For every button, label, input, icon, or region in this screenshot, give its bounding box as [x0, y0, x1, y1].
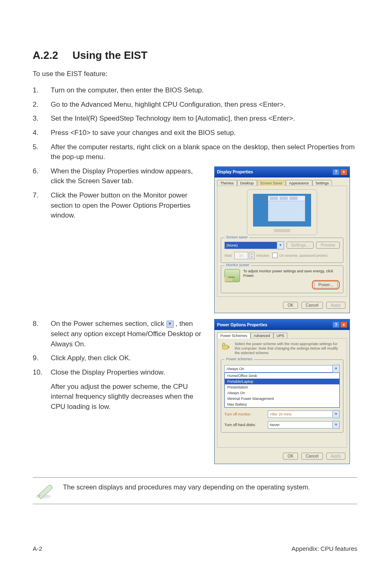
- monitor-desc: To adjust monitor power settings and sav…: [224, 269, 340, 278]
- turn-off-hdd-select[interactable]: Never: [268, 421, 340, 429]
- tab-settings[interactable]: Settings: [312, 180, 332, 186]
- step-text-3: Set the Intel(R) SpeedStep Technology it…: [51, 114, 295, 124]
- tab-desktop[interactable]: Desktop: [237, 180, 257, 186]
- step-text-10: Close the Display Properties window.: [51, 368, 165, 378]
- footer-right: Appendix: CPU features: [291, 545, 357, 552]
- footer-left: A-2: [33, 545, 42, 552]
- svg-point-2: [222, 343, 225, 346]
- power-scheme-value: Always On: [224, 365, 333, 373]
- apply-button[interactable]: Apply: [326, 453, 345, 460]
- cancel-button[interactable]: Cancel: [301, 302, 323, 309]
- turn-off-monitor-select[interactable]: After 20 mins: [268, 410, 340, 418]
- step-num-2: 2.: [33, 100, 43, 110]
- help-icon[interactable]: ?: [333, 322, 339, 328]
- step-text-6: When the Display Properties window appea…: [51, 166, 206, 186]
- step-text-4: Press <F10> to save your changes and exi…: [51, 128, 236, 138]
- wait-unit: minutes: [256, 254, 269, 258]
- screensaver-preview-thumb: [247, 189, 317, 235]
- ps-option-selected[interactable]: Portable/Laptop: [225, 379, 339, 384]
- step-text-2: Go to the Advanced Menu, highlight CPU C…: [51, 100, 286, 110]
- chevron-down-icon[interactable]: [333, 365, 340, 373]
- monitor-icon: [224, 269, 240, 282]
- note-text: The screen displays and procedures may v…: [63, 482, 310, 492]
- ps-option[interactable]: Home/Office Desk: [225, 373, 339, 379]
- step-num-1: 1.: [33, 85, 43, 96]
- svg-rect-1: [228, 346, 229, 348]
- step-text-7: Click the Power button on the Monitor po…: [51, 191, 206, 221]
- step-num-4: 4.: [33, 128, 43, 138]
- turn-off-monitor-label: Turn off monitor:: [224, 412, 265, 416]
- step-num-10: 10.: [33, 368, 43, 378]
- step-num-3: 3.: [33, 114, 43, 124]
- tab-advanced[interactable]: Advanced: [251, 332, 273, 339]
- wait-spinner[interactable]: 10▲▼: [234, 252, 255, 259]
- step-num-7: 7.: [33, 191, 43, 221]
- after-adjust-text: After you adjust the power scheme, the C…: [51, 382, 206, 412]
- step-num-5: 5.: [33, 142, 43, 162]
- intro-text: To use the EIST feature:: [33, 70, 357, 78]
- ok-button[interactable]: OK: [283, 302, 298, 309]
- battery-icon: [221, 342, 231, 352]
- power-scheme-select[interactable]: Always On: [224, 365, 340, 373]
- help-icon[interactable]: ?: [333, 169, 339, 175]
- heading-number: A.2.2: [33, 49, 69, 62]
- power-options-dialog: Power Options Properties ? × Power Schem…: [214, 319, 350, 464]
- preview-button[interactable]: Preview: [316, 242, 340, 249]
- wait-label: Wait: [224, 254, 232, 258]
- power-button-highlight: Power...: [312, 280, 340, 290]
- dialog2-title: Power Options Properties: [217, 323, 267, 327]
- step-num-8: 8.: [33, 319, 43, 349]
- step-num-6: 6.: [33, 166, 43, 186]
- tab-power-schemes[interactable]: Power Schemes: [217, 332, 251, 339]
- cancel-button[interactable]: Cancel: [301, 453, 323, 460]
- dropdown-arrow-icon: [166, 321, 174, 328]
- dialog1-tabs: Themes Desktop Screen Saver Appearance S…: [215, 177, 350, 186]
- section-heading: A.2.2 Using the EIST: [33, 49, 357, 62]
- chevron-down-icon[interactable]: [333, 410, 340, 418]
- dialog1-title: Display Properties: [217, 170, 253, 174]
- ps-option[interactable]: Always On: [225, 390, 339, 396]
- close-icon[interactable]: ×: [341, 169, 347, 175]
- tab-appearance[interactable]: Appearance: [286, 180, 312, 186]
- pencil-note-icon: [34, 482, 55, 500]
- screensaver-select[interactable]: (None): [224, 241, 284, 249]
- turn-off-hdd-label: Turn off hard disks:: [224, 423, 265, 427]
- note-row: The screen displays and procedures may v…: [33, 477, 357, 504]
- step-text-8: On the Power schemes section, click , th…: [51, 319, 206, 349]
- step-num-9: 9.: [33, 353, 43, 364]
- step-text-5: After the computer restarts, right click…: [51, 142, 357, 162]
- power-schemes-legend: Power schemes: [224, 357, 254, 361]
- screensaver-value: (None): [224, 242, 277, 249]
- chevron-down-icon[interactable]: [277, 241, 284, 249]
- dialog2-tabs: Power Schemes Advanced UPS: [215, 330, 350, 338]
- ps-option[interactable]: Presentation: [225, 384, 339, 390]
- tab-themes[interactable]: Themes: [217, 180, 237, 186]
- step-text-1: Turn on the computer, then enter the BIO…: [51, 85, 204, 96]
- close-icon[interactable]: ×: [341, 322, 347, 328]
- step-text-9: Click Apply, then click OK.: [51, 353, 131, 364]
- screensaver-legend: Screen saver: [224, 235, 249, 239]
- ps-option[interactable]: Minimal Power Management: [225, 396, 339, 402]
- svg-rect-0: [222, 345, 228, 349]
- display-properties-dialog: Display Properties ? × Themes Desktop Sc…: [214, 166, 350, 314]
- power-scheme-options-list[interactable]: Home/Office Desk Portable/Laptop Present…: [224, 373, 340, 408]
- tab-screensaver[interactable]: Screen Saver: [257, 180, 286, 186]
- power-options-desc: Select the power scheme with the most ap…: [235, 342, 338, 355]
- chevron-down-icon[interactable]: [333, 421, 340, 429]
- ok-button[interactable]: OK: [283, 453, 298, 460]
- resume-label: On resume, password protect: [279, 254, 327, 258]
- power-button[interactable]: Power...: [314, 281, 338, 288]
- settings-button[interactable]: Settings...: [287, 242, 314, 249]
- heading-title: Using the EIST: [72, 49, 147, 61]
- tab-ups[interactable]: UPS: [273, 332, 288, 339]
- ps-option[interactable]: Max Battery: [225, 402, 339, 407]
- resume-checkbox[interactable]: [272, 253, 278, 258]
- apply-button[interactable]: Apply: [326, 302, 345, 309]
- monitor-power-legend: Monitor power: [224, 263, 251, 267]
